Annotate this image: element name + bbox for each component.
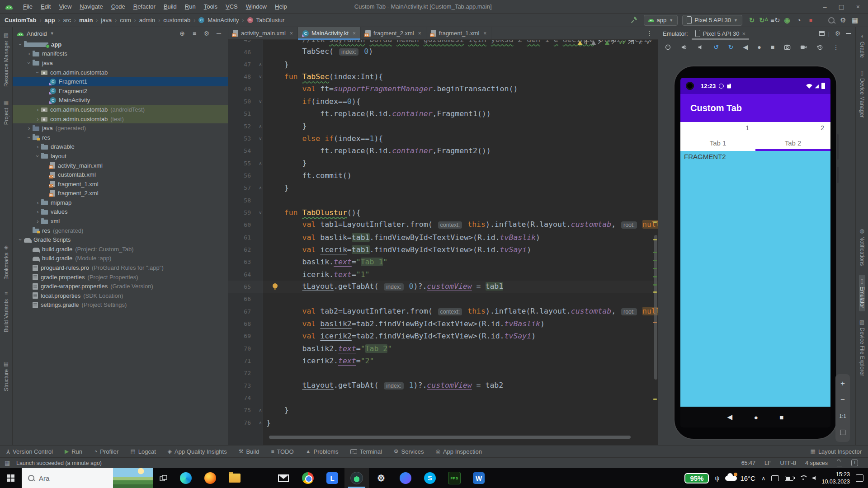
code-line-66[interactable]: 66 bbox=[228, 293, 658, 305]
taskbar-app-mail[interactable] bbox=[271, 468, 296, 488]
tree-row[interactable]: activity_main.xml bbox=[13, 161, 228, 170]
line-separator[interactable]: LF bbox=[764, 460, 771, 466]
back-icon[interactable]: ◀ bbox=[743, 43, 748, 51]
breadcrumb-item[interactable]: app bbox=[45, 17, 55, 23]
close-tab-icon[interactable]: × bbox=[290, 30, 293, 37]
layout-grid-icon[interactable]: ▦ bbox=[850, 15, 860, 25]
tree-row[interactable]: ›app bbox=[13, 40, 228, 49]
tree-row[interactable]: ›com.admin.customtab(test) bbox=[13, 114, 228, 124]
taskbar-search[interactable]: Ara bbox=[22, 468, 153, 488]
line-number[interactable]: 72 bbox=[228, 370, 255, 376]
tree-chevron-icon[interactable]: › bbox=[26, 125, 33, 131]
line-number[interactable]: 55 bbox=[228, 160, 255, 167]
tree-chevron-icon[interactable]: › bbox=[17, 236, 24, 243]
editor-tab-fragment_2.xml[interactable]: fragment_2.xml× bbox=[361, 27, 426, 39]
taskbar-app-messenger[interactable] bbox=[393, 468, 418, 488]
tool-window-button-problems[interactable]: ▲Problems bbox=[306, 448, 339, 455]
settings-icon[interactable]: ⚙ bbox=[838, 15, 848, 25]
hide-panel-icon[interactable]: ─ bbox=[214, 30, 223, 37]
menu-code[interactable]: Code bbox=[107, 3, 129, 10]
breadcrumb-item[interactable]: com bbox=[120, 17, 131, 23]
breadcrumb-item[interactable]: src bbox=[63, 17, 71, 23]
tree-row[interactable]: gradle-wrapper.properties(Gradle Version… bbox=[13, 282, 228, 291]
nav-back-icon[interactable]: ◀ bbox=[727, 413, 733, 421]
line-number[interactable]: 66 bbox=[228, 296, 255, 302]
code-area[interactable]: 45//İlk sayfanın borda hemen gözükmesi i… bbox=[228, 40, 658, 445]
code-line-49[interactable]: 49val ft=supportFragmentManager.beginTra… bbox=[228, 83, 658, 95]
code-line-46[interactable]: 46TabSec( index: 0) bbox=[228, 46, 658, 58]
close-tab-icon[interactable]: × bbox=[418, 30, 421, 37]
close-icon[interactable]: × bbox=[856, 3, 860, 10]
tree-row[interactable]: ›mipmap bbox=[13, 198, 228, 207]
taskbar-app-android-studio[interactable] bbox=[344, 468, 369, 488]
nav-home-icon[interactable]: ● bbox=[754, 413, 758, 421]
code-line-53[interactable]: 53∨else if(index==1){ bbox=[228, 132, 658, 145]
tool-window-button-app-inspection[interactable]: ◎App Inspection bbox=[435, 448, 482, 455]
editor-tab-MainActivity.kt[interactable]: CMainActivity.kt× bbox=[298, 27, 361, 39]
start-button[interactable] bbox=[0, 468, 22, 488]
code-line-75[interactable]: 75∧} bbox=[228, 404, 658, 416]
strip-item-build-variants[interactable]: ≡Build Variants bbox=[3, 287, 9, 335]
line-number[interactable]: 48 bbox=[228, 73, 255, 80]
cast-icon[interactable] bbox=[771, 475, 779, 481]
line-number[interactable]: 75 bbox=[228, 407, 255, 413]
task-view-button[interactable] bbox=[153, 468, 174, 488]
fold-marker[interactable]: ∧ bbox=[255, 185, 266, 190]
taskbar-app-explorer[interactable] bbox=[222, 468, 247, 488]
tool-window-button-todo[interactable]: ≡TODO bbox=[271, 448, 293, 455]
line-number[interactable]: 49 bbox=[228, 86, 255, 93]
tree-chevron-icon[interactable]: › bbox=[34, 69, 41, 76]
line-number[interactable]: 76 bbox=[228, 419, 255, 426]
search-icon[interactable] bbox=[826, 15, 836, 25]
tree-row[interactable]: ›values bbox=[13, 207, 228, 217]
tree-row[interactable]: build.gradle(Project: Custom_Tab) bbox=[13, 244, 228, 254]
tree-chevron-icon[interactable]: › bbox=[34, 116, 41, 122]
line-number[interactable]: 67 bbox=[228, 308, 255, 315]
float-window-icon[interactable] bbox=[819, 31, 825, 36]
menu-help[interactable]: Help bbox=[271, 3, 291, 10]
tree-row[interactable]: CFragment2 bbox=[13, 86, 228, 96]
breadcrumb-item[interactable]: customtab bbox=[163, 17, 190, 23]
overview-icon[interactable]: ■ bbox=[771, 43, 774, 51]
code-line-67[interactable]: 67val tab2=LayoutInflater.from( context:… bbox=[228, 305, 658, 318]
code-line-70[interactable]: 70baslik2.text="Tab 2" bbox=[228, 343, 658, 355]
tab-1[interactable]: 1 Tab 1 bbox=[680, 122, 755, 151]
editor-tab-activity_main.xml[interactable]: activity_main.xml× bbox=[228, 27, 298, 39]
notification-center-icon[interactable] bbox=[856, 474, 863, 482]
tool-window-button-run[interactable]: ▶Run bbox=[65, 448, 82, 455]
tool-window-button-layout-inspector[interactable]: ▦Layout Inspector bbox=[811, 448, 862, 455]
file-encoding[interactable]: UTF-8 bbox=[780, 460, 796, 466]
menu-vcs[interactable]: VCS bbox=[222, 3, 242, 10]
tree-row[interactable]: ›java bbox=[13, 58, 228, 68]
code-line-73[interactable]: 73tLayout.getTabAt( index: 1)?.customVie… bbox=[228, 380, 658, 392]
tree-row[interactable]: fragment_1.xml bbox=[13, 179, 228, 189]
strip-item-emulator[interactable]: ▯Emulator bbox=[859, 275, 865, 311]
tree-row[interactable]: CMainActivity bbox=[13, 96, 228, 105]
code-line-50[interactable]: 50∨if(index==0){ bbox=[228, 95, 658, 108]
code-line-55[interactable]: 55∧} bbox=[228, 157, 658, 169]
code-line-60[interactable]: 60val tab1=LayoutInflater.from( context:… bbox=[228, 219, 658, 231]
nav-overview-icon[interactable]: ■ bbox=[779, 413, 783, 421]
battery-percent-widget[interactable]: 95% bbox=[684, 473, 709, 483]
menu-build[interactable]: Build bbox=[160, 3, 181, 10]
profiler-icon[interactable]: ◔ bbox=[794, 15, 804, 25]
apply-code-changes-icon[interactable]: ↻ᴬ bbox=[759, 15, 769, 25]
tree-chevron-icon[interactable]: › bbox=[34, 143, 41, 150]
code-line-63[interactable]: 63baslik.text="Tab 1" bbox=[228, 256, 658, 268]
debug-icon[interactable]: ◉ bbox=[782, 15, 792, 25]
menu-edit[interactable]: Edit bbox=[37, 3, 55, 10]
settings-gear-icon[interactable]: ⚙ bbox=[202, 30, 211, 37]
strip-item-structure[interactable]: ▤Structure bbox=[3, 357, 9, 394]
menu-refactor[interactable]: Refactor bbox=[129, 3, 160, 10]
tree-chevron-icon[interactable]: › bbox=[26, 60, 33, 66]
tool-window-button-services[interactable]: ⚙Services bbox=[394, 448, 424, 455]
prev-issue-icon[interactable]: ∧ bbox=[638, 39, 642, 45]
tool-window-button-profiler[interactable]: ◔Profiler bbox=[94, 448, 118, 455]
code-line-47[interactable]: 47∧} bbox=[228, 58, 658, 70]
indent-setting[interactable]: 4 spaces bbox=[805, 460, 828, 466]
menu-window[interactable]: Window bbox=[242, 3, 271, 10]
strip-item-resource-manager[interactable]: ▨Resource Manager bbox=[3, 29, 9, 90]
taskbar-app-store[interactable] bbox=[247, 468, 271, 488]
tab-options-icon[interactable]: ⋮ bbox=[641, 27, 658, 39]
line-number[interactable]: 58 bbox=[228, 197, 255, 204]
